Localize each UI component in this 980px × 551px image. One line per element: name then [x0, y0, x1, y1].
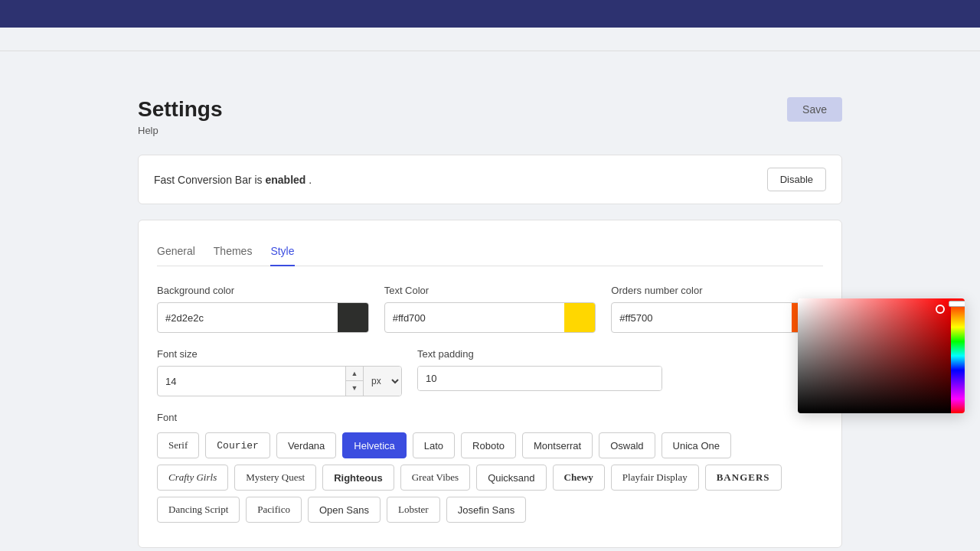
font-size-input[interactable] — [158, 370, 345, 393]
color-gradient[interactable] — [798, 298, 951, 413]
font-btn-unica[interactable]: Unica One — [662, 432, 731, 458]
font-btn-verdana[interactable]: Verdana — [276, 432, 336, 458]
font-size-stepper: ▲ ▼ — [345, 367, 363, 396]
font-btn-pacifico[interactable]: Pacifico — [246, 497, 302, 523]
font-btn-righteous[interactable]: Righteous — [322, 465, 394, 491]
tab-general[interactable]: General — [157, 239, 195, 266]
text-padding-section: Text padding — [417, 348, 662, 396]
text-color-swatch[interactable] — [564, 303, 595, 332]
font-btn-serif[interactable]: Serif — [157, 432, 199, 458]
font-btn-opensans[interactable]: Open Sans — [308, 497, 381, 523]
tab-themes[interactable]: Themes — [214, 239, 253, 266]
font-grid-row3: Dancing Script Pacifico Open Sans Lobste… — [157, 497, 823, 523]
font-size-unit[interactable]: px em % — [363, 367, 401, 396]
font-btn-bangers[interactable]: BANGERS — [705, 465, 782, 491]
color-spectrum[interactable] — [951, 298, 965, 413]
page-header: Settings Help Save — [138, 97, 842, 136]
font-size-down[interactable]: ▼ — [346, 381, 363, 396]
settings-panel: General Themes Style Background color Te… — [138, 220, 842, 548]
font-label: Font — [157, 412, 823, 423]
font-size-label: Font size — [157, 348, 402, 360]
color-picker-handle — [936, 305, 945, 314]
orders-color-label: Orders number color — [611, 285, 823, 296]
font-section: Font Serif Courier Verdana Helvetica Lat… — [157, 412, 823, 523]
orders-color-section: Orders number color — [611, 285, 823, 333]
background-color-label: Background color — [157, 285, 369, 296]
page-title: Settings — [138, 97, 222, 122]
text-padding-label: Text padding — [417, 348, 662, 360]
color-row: Background color Text Color Orders numbe… — [157, 285, 823, 333]
text-color-input[interactable] — [385, 306, 565, 330]
text-color-label: Text Color — [384, 285, 596, 296]
font-grid-row2: Crafty Girls Mystery Quest Righteous Gre… — [157, 465, 823, 491]
text-padding-field — [417, 366, 662, 391]
font-btn-oswald[interactable]: Oswald — [599, 432, 655, 458]
save-button[interactable]: Save — [787, 97, 842, 122]
tabs: General Themes Style — [157, 239, 823, 266]
top-bar — [0, 0, 980, 28]
info-bar-text: Fast Conversion Bar is enabled . — [154, 174, 312, 186]
font-grid-row1: Serif Courier Verdana Helvetica Lato Rob… — [157, 432, 823, 458]
color-picker-popup[interactable] — [798, 298, 965, 413]
font-btn-greatvibes[interactable]: Great Vibes — [400, 465, 470, 491]
size-padding-row: Font size ▲ ▼ px em % Text padding — [157, 348, 823, 396]
info-bar: Fast Conversion Bar is enabled . Disable — [138, 155, 842, 204]
help-link[interactable]: Help — [138, 125, 222, 136]
disable-button[interactable]: Disable — [767, 168, 826, 191]
font-size-section: Font size ▲ ▼ px em % — [157, 348, 402, 396]
font-btn-lato[interactable]: Lato — [413, 432, 455, 458]
font-btn-courier[interactable]: Courier — [205, 432, 270, 458]
font-btn-helvetica[interactable]: Helvetica — [342, 432, 406, 458]
background-color-swatch[interactable] — [338, 303, 368, 332]
font-btn-montserrat[interactable]: Montserrat — [522, 432, 593, 458]
spectrum-handle — [949, 301, 965, 307]
orders-color-input[interactable] — [612, 306, 792, 330]
background-color-input[interactable] — [158, 306, 338, 330]
font-btn-lobster[interactable]: Lobster — [387, 497, 440, 523]
text-padding-input[interactable] — [418, 367, 662, 390]
text-color-section: Text Color — [384, 285, 596, 333]
font-btn-chewy[interactable]: Chewy — [553, 465, 605, 491]
font-btn-roboto[interactable]: Roboto — [461, 432, 516, 458]
font-btn-mystery[interactable]: Mystery Quest — [234, 465, 316, 491]
tab-style[interactable]: Style — [270, 239, 294, 266]
background-color-section: Background color — [157, 285, 369, 333]
font-btn-playfair[interactable]: Playfair Display — [611, 465, 699, 491]
background-color-field — [157, 302, 369, 333]
font-btn-dancing[interactable]: Dancing Script — [157, 497, 240, 523]
font-size-field: ▲ ▼ px em % — [157, 366, 402, 396]
text-color-field — [384, 302, 596, 333]
font-btn-crafty[interactable]: Crafty Girls — [157, 465, 228, 491]
font-btn-quicksand[interactable]: Quicksand — [476, 465, 546, 491]
font-size-up[interactable]: ▲ — [346, 367, 363, 381]
orders-color-field — [611, 302, 823, 333]
font-btn-josefin[interactable]: Josefin Sans — [446, 497, 526, 523]
